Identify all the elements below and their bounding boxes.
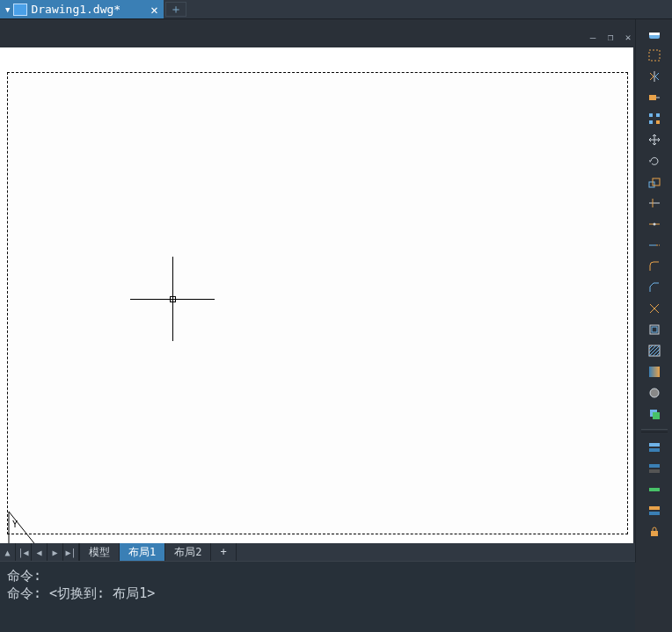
right-tool-palette (635, 19, 672, 563)
trim-icon[interactable] (645, 193, 664, 213)
layout-menu-button[interactable]: ▲ (0, 543, 16, 561)
command-history-line: 命令: <切换到: 布局1> (7, 585, 628, 602)
layout-next-button[interactable]: ▶ (47, 543, 63, 561)
svg-rect-27 (651, 531, 658, 536)
svg-point-12 (653, 223, 655, 226)
move-icon[interactable] (645, 130, 664, 149)
paper-boundary (7, 72, 628, 534)
svg-rect-26 (649, 512, 660, 515)
layer-isolate-icon[interactable] (645, 480, 664, 499)
layout-tab-layout1[interactable]: 布局1 (120, 543, 165, 561)
layout-tab-layout2[interactable]: 布局2 (165, 543, 211, 561)
layout-prev-button[interactable]: ◀ (32, 543, 47, 561)
close-tab-icon[interactable]: ✕ (150, 3, 157, 17)
explode-icon[interactable] (645, 299, 664, 318)
ucs-y-label: Y (12, 519, 18, 529)
select-window-icon[interactable] (645, 46, 664, 65)
svg-rect-4 (649, 50, 660, 61)
layer-lock-icon[interactable] (645, 522, 664, 541)
stretch-icon[interactable] (645, 88, 664, 107)
svg-rect-8 (649, 120, 653, 124)
minimize-icon[interactable]: — (586, 32, 600, 44)
document-tab[interactable]: ▼ Drawing1.dwg* ✕ (0, 0, 164, 18)
svg-rect-21 (649, 448, 660, 452)
svg-rect-9 (656, 120, 660, 124)
svg-rect-5 (649, 95, 656, 100)
extend-icon[interactable] (645, 236, 664, 255)
document-tab-title: Drawing1.dwg* (31, 3, 121, 16)
hatch-icon[interactable] (645, 341, 664, 360)
layer-freeze-icon[interactable] (645, 501, 664, 520)
layout-add-button[interactable]: + (211, 543, 236, 561)
region-icon[interactable] (645, 383, 664, 403)
svg-rect-24 (649, 488, 660, 491)
svg-rect-25 (649, 506, 660, 510)
svg-rect-20 (649, 443, 660, 447)
svg-rect-10 (649, 182, 654, 187)
svg-rect-16 (649, 367, 660, 377)
layout-tab-model[interactable]: 模型 (80, 543, 120, 561)
scale-icon[interactable] (645, 172, 664, 192)
gradient-icon[interactable] (645, 362, 664, 381)
break-at-point-icon[interactable] (645, 214, 664, 234)
mirror-icon[interactable] (645, 67, 664, 86)
eraser-icon[interactable] (645, 25, 664, 44)
command-window[interactable]: 命令: 命令: <切换到: 布局1> (0, 561, 635, 632)
restore-icon[interactable]: ❐ (603, 32, 617, 44)
layout-first-button[interactable]: |◀ (16, 543, 32, 561)
command-history-line: 命令: (7, 567, 628, 585)
layer-off-icon[interactable] (645, 459, 664, 478)
rotate-icon[interactable] (645, 151, 664, 171)
layout-tab-strip: ▲ |◀ ◀ ▶ ▶| 模型 布局1 布局2 + (0, 543, 635, 561)
new-tab-button[interactable]: ＋ (165, 2, 186, 17)
svg-rect-23 (649, 469, 660, 473)
offset-icon[interactable] (645, 320, 664, 339)
array-icon[interactable] (645, 109, 664, 128)
fillet-icon[interactable] (645, 257, 664, 276)
svg-rect-14 (652, 327, 657, 332)
draw-order-icon[interactable] (645, 404, 664, 424)
dwg-file-icon (13, 4, 27, 16)
palette-separator (641, 429, 668, 432)
drawing-canvas[interactable]: X Y (0, 47, 633, 563)
layout-last-button[interactable]: ▶| (63, 543, 79, 561)
close-icon[interactable]: ✕ (621, 32, 635, 44)
workspace: — ❐ ✕ X Y (0, 19, 672, 563)
svg-rect-3 (649, 33, 660, 35)
svg-rect-22 (649, 464, 660, 468)
layer-manager-icon[interactable] (645, 438, 664, 457)
document-tabbar: ▼ Drawing1.dwg* ✕ ＋ (0, 0, 672, 19)
svg-rect-19 (653, 412, 660, 419)
svg-rect-7 (656, 113, 660, 117)
chamfer-icon[interactable] (645, 278, 664, 297)
svg-rect-6 (649, 113, 653, 117)
svg-point-17 (650, 389, 659, 397)
tab-dropdown-icon[interactable]: ▼ (5, 5, 10, 14)
mdi-window-controls: — ❐ ✕ (586, 32, 635, 44)
drawing-area-wrap: — ❐ ✕ X Y (0, 19, 635, 563)
